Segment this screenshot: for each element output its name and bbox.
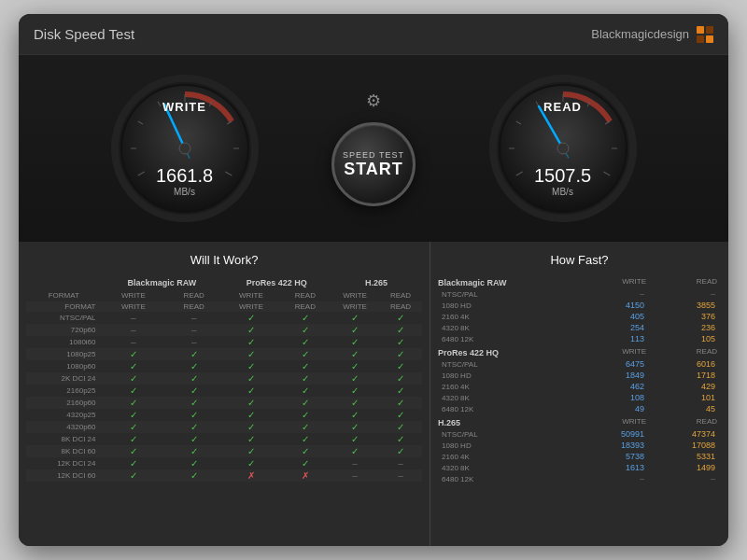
wiw-cell: ✓	[165, 457, 222, 469]
wiw-cell: –	[379, 469, 422, 482]
start-button-main-text: START	[344, 160, 403, 179]
wiw-cell: ✓	[165, 348, 222, 360]
hf-group-header-row: H.265WRITEREAD	[438, 414, 721, 428]
hf-read-val: 101	[650, 392, 721, 403]
wiw-cell: ✓	[102, 421, 166, 433]
wiw-format-cell: 4320p60	[26, 421, 102, 433]
hf-data-row: 2160 4K57385331	[438, 451, 721, 462]
wiw-cell: ✓	[331, 312, 379, 324]
hf-read-val: –	[650, 473, 721, 484]
hf-row-label: 1080 HD	[438, 440, 579, 451]
wiw-cell: ✓	[222, 421, 279, 433]
wiw-cell: ✓	[102, 385, 166, 397]
svg-point-29	[557, 143, 569, 154]
wiw-col-prores: ProRes 422 HQ	[222, 274, 331, 289]
wiw-cell: ✓	[379, 397, 422, 409]
hf-row-label: 1080 HD	[438, 370, 579, 381]
hf-write-val: 108	[579, 392, 650, 403]
wiw-cell: ✓	[280, 397, 331, 409]
wiw-format-cell: 2K DCI 24	[26, 372, 102, 385]
hf-read-val: 45	[650, 403, 721, 414]
wiw-cell: ✓	[280, 360, 331, 372]
wiw-cell: ✓	[379, 324, 422, 336]
wiw-cell: ✓	[331, 360, 379, 372]
wiw-cell: ✓	[280, 421, 331, 433]
wiw-cell: ✓	[102, 360, 166, 372]
how-fast-table: Blackmagic RAWWRITEREADNTSC/PAL––1080 HD…	[438, 274, 721, 484]
hf-row-label: 6480 12K	[438, 403, 579, 414]
hf-group-header-row: ProRes 422 HQWRITEREAD	[438, 344, 721, 358]
hf-row-label: 2160 4K	[438, 451, 579, 462]
hf-data-row: NTSC/PAL64756016	[438, 358, 721, 370]
wiw-format-header: FORMAT	[26, 289, 102, 301]
hf-read-val: 6016	[650, 358, 721, 370]
title-bar: Disk Speed Test Blackmagicdesign	[19, 14, 728, 55]
wiw-row: 12K DCI 60✓✓✗✗––	[26, 469, 422, 482]
wiw-cell: ✓	[280, 385, 331, 397]
wiw-cell: –	[102, 312, 166, 324]
hf-row-label: 4320 8K	[438, 322, 579, 333]
wiw-cell: ✗	[280, 469, 331, 482]
hf-read-val: 17088	[650, 440, 721, 451]
wiw-cell: –	[102, 336, 166, 348]
wiw-cell: –	[331, 457, 379, 469]
settings-icon[interactable]: ⚙	[366, 91, 381, 111]
hf-data-row: 6480 12K––	[438, 473, 721, 484]
wiw-cell: –	[102, 324, 166, 336]
hf-row-label: 4320 8K	[438, 392, 579, 403]
wiw-row: 8K DCI 24✓✓✓✓✓✓	[26, 433, 422, 445]
wiw-cell: ✓	[102, 348, 166, 360]
wiw-cell: ✓	[331, 372, 379, 385]
wiw-cell: ✓	[331, 397, 379, 409]
wiw-format-cell: 1080p25	[26, 348, 102, 360]
wiw-format-cell: 2160p25	[26, 385, 102, 397]
wiw-cell: WRITE	[102, 301, 166, 312]
wiw-cell: ✓	[331, 445, 379, 457]
start-button-area: ⚙ SPEED TEST START	[331, 91, 416, 206]
wiw-cell: –	[165, 312, 222, 324]
read-gauge-value-area: 1507.5 MB/s	[534, 165, 591, 197]
brand-logo: Blackmagicdesign	[591, 26, 713, 43]
wiw-row: NTSC/PAL––✓✓✓✓	[26, 312, 422, 324]
will-it-work-panel: Will It Work? Blackmagic RAW ProRes 422 …	[19, 242, 430, 546]
hf-write-val: 49	[579, 403, 650, 414]
svg-point-14	[179, 143, 190, 154]
wiw-format-cell: 12K DCI 60	[26, 469, 102, 482]
wiw-cell: ✓	[379, 385, 422, 397]
hf-write-val: 1849	[579, 370, 650, 381]
hf-write-val: 4150	[579, 300, 650, 311]
wiw-cell: ✓	[379, 433, 422, 445]
hf-write-val: –	[579, 288, 650, 300]
brand-name: Blackmagicdesign	[591, 27, 689, 41]
wiw-cell: ✓	[379, 372, 422, 385]
wiw-row: 2160p25✓✓✓✓✓✓	[26, 385, 422, 397]
wiw-cell: ✓	[222, 360, 279, 372]
hf-write-val: 405	[579, 311, 650, 322]
wiw-cell: ✓	[379, 312, 422, 324]
wiw-cell: ✓	[222, 372, 279, 385]
wiw-cell: READ	[379, 301, 422, 312]
wiw-cell: ✓	[280, 445, 331, 457]
wiw-cell: ✓	[165, 445, 222, 457]
wiw-cell: ✓	[222, 312, 279, 324]
hf-read-val: 429	[650, 381, 721, 392]
hf-group-label: Blackmagic RAW	[438, 274, 579, 288]
wiw-cell: ✓	[331, 324, 379, 336]
hf-data-row: 6480 12K113105	[438, 333, 721, 344]
wiw-row: 2160p60✓✓✓✓✓✓	[26, 397, 422, 409]
wiw-cell: ✓	[102, 397, 166, 409]
wiw-cell: READ	[165, 301, 222, 312]
hf-write-val: 5738	[579, 451, 650, 462]
hf-read-val: 376	[650, 311, 721, 322]
wiw-cell: ✓	[280, 409, 331, 421]
wiw-cell: ✓	[102, 372, 166, 385]
hf-row-label: NTSC/PAL	[438, 288, 579, 300]
wiw-cell: ✓	[331, 336, 379, 348]
wiw-cell: ✓	[280, 312, 331, 324]
wiw-cell: ✓	[165, 409, 222, 421]
read-gauge-container: READ 1507.5 MB/s	[416, 74, 710, 223]
wiw-format-cell: 8K DCI 24	[26, 433, 102, 445]
start-button[interactable]: SPEED TEST START	[331, 122, 416, 206]
hf-data-row: 4320 8K254236	[438, 322, 721, 333]
wiw-cell: ✓	[222, 457, 279, 469]
